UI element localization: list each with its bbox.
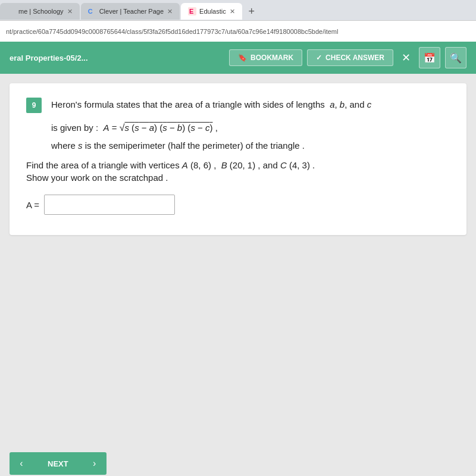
bookmark-button[interactable]: 🔖 BOOKMARK (229, 49, 302, 66)
next-label-button[interactable]: NEXT (33, 452, 83, 475)
tab-clever-label: Clever | Teacher Page (99, 8, 164, 15)
tab-edulastic[interactable]: E Edulastic ✕ (181, 3, 242, 20)
show-line: Show your work on the scratchpad . (26, 173, 450, 183)
close-button[interactable]: ✕ (398, 51, 414, 64)
tab-clever-close[interactable]: ✕ (167, 8, 173, 15)
check-answer-button[interactable]: ✓ CHECK ANSWER (307, 49, 393, 66)
formula-line: is given by : A = √s (s − a) (s − b) (s … (51, 123, 450, 133)
answer-label: A = (26, 200, 39, 210)
check-answer-label: CHECK ANSWER (325, 54, 384, 62)
question-card: 9 Heron's formula states that the area o… (10, 83, 466, 235)
clever-favicon: C (88, 7, 96, 15)
schoology-favicon (7, 7, 15, 15)
next-button[interactable]: › (83, 452, 107, 475)
where-line: where s is the semiperimeter (half the p… (51, 140, 450, 151)
search-icon: 🔍 (450, 52, 462, 64)
bookmark-icon: 🔖 (238, 54, 247, 62)
prev-button[interactable]: ‹ (10, 452, 33, 475)
edu-toolbar: eral Properties-05/2... 🔖 BOOKMARK ✓ CHE… (0, 42, 476, 74)
answer-row: A = (26, 195, 450, 215)
main-content: 9 Heron's formula states that the area o… (0, 74, 476, 443)
find-line: Find the area of a triangle with vertice… (26, 160, 450, 170)
search-button[interactable]: 🔍 (445, 47, 466, 68)
calendar-icon: 📅 (424, 52, 436, 64)
calendar-button[interactable]: 📅 (419, 47, 440, 68)
tab-schoology[interactable]: me | Schoology ✕ (0, 3, 80, 20)
tab-clever[interactable]: C Clever | Teacher Page ✕ (81, 3, 180, 20)
checkmark-icon: ✓ (316, 54, 322, 62)
question-line1: Heron's formula states that the area of … (51, 98, 371, 112)
address-bar: nt/practice/60a7745dd0949c0008765644/cla… (0, 20, 476, 42)
edulastic-favicon: E (188, 7, 196, 15)
bottom-nav: ‹ NEXT › (0, 443, 476, 476)
address-text: nt/practice/60a7745dd0949c0008765644/cla… (6, 28, 470, 35)
tab-edulastic-label: Edulastic (199, 8, 226, 15)
new-tab-button[interactable]: + (243, 3, 260, 20)
tab-schoology-label: me | Schoology (18, 8, 64, 15)
page-title: eral Properties-05/2... (10, 54, 224, 62)
answer-input[interactable] (44, 195, 175, 215)
question-header: 9 Heron's formula states that the area o… (26, 98, 450, 113)
tab-edulastic-close[interactable]: ✕ (230, 8, 235, 15)
bookmark-label: BOOKMARK (250, 54, 293, 62)
question-number: 9 (26, 98, 42, 113)
tab-schoology-close[interactable]: ✕ (67, 8, 73, 15)
